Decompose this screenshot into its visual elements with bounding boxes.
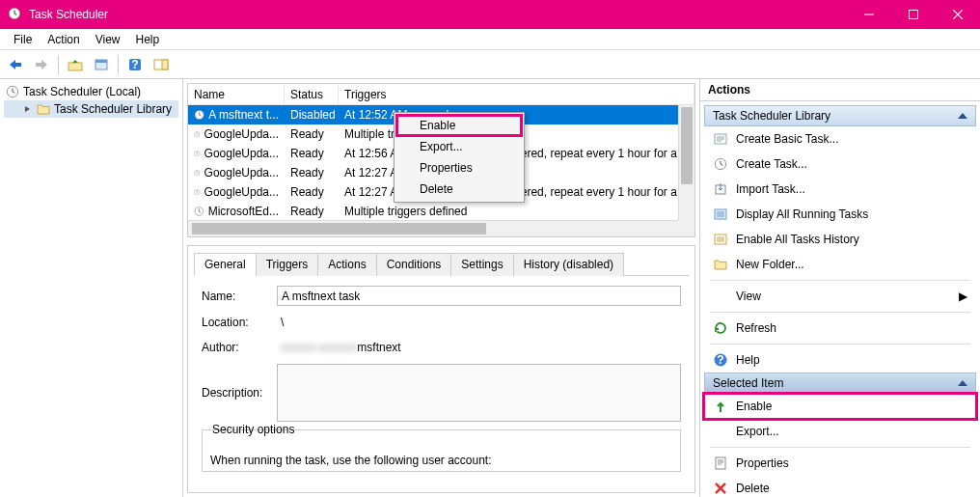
svg-rect-4 (68, 63, 82, 70)
minimize-button[interactable] (847, 0, 891, 29)
actions-separator (710, 280, 970, 281)
action-label: Delete (736, 482, 770, 495)
svg-rect-26 (716, 457, 725, 469)
author-value: xxxxxx-xxxxxx\msftnext (277, 339, 681, 356)
export-icon (713, 424, 728, 439)
menu-help[interactable]: Help (128, 31, 168, 48)
action-label: Help (736, 353, 760, 367)
action-label: Display All Running Tasks (736, 207, 868, 221)
tab-triggers[interactable]: Triggers (256, 253, 319, 276)
actions-separator (710, 344, 970, 345)
actions-section-header[interactable]: Selected Item (704, 373, 976, 394)
panel-button[interactable] (150, 53, 173, 76)
scroll-thumb[interactable] (681, 107, 693, 184)
properties-icon (713, 456, 728, 471)
name-label: Name: (202, 290, 277, 303)
action-new-folder-[interactable]: New Folder... (704, 252, 976, 277)
action-refresh[interactable]: Refresh (704, 316, 976, 341)
task-name: MicrosoftEd... (188, 205, 285, 218)
ctx-properties[interactable]: Properties (396, 157, 522, 179)
task-row[interactable]: MicrosoftEd...ReadyMultiple triggers def… (188, 202, 678, 220)
tree-root[interactable]: Task Scheduler (Local) (4, 83, 178, 100)
collapse-icon (958, 380, 967, 386)
name-field[interactable] (277, 286, 681, 306)
action-label: New Folder... (736, 258, 804, 271)
refresh-icon (713, 320, 728, 336)
task-name: A msftnext t... (188, 108, 285, 122)
collapse-icon (958, 113, 967, 119)
ctx-delete[interactable]: Delete (396, 179, 522, 200)
action-view[interactable]: View▶ (704, 284, 976, 309)
tree-library[interactable]: Task Scheduler Library (4, 100, 178, 118)
close-button[interactable] (936, 0, 980, 29)
svg-text:?: ? (717, 353, 723, 367)
delete-icon (713, 481, 728, 496)
task-list-header: Name Status Triggers (188, 84, 694, 105)
col-name[interactable]: Name (188, 85, 285, 104)
up-folder-button[interactable] (64, 53, 87, 76)
tree-root-label: Task Scheduler (Local) (23, 85, 141, 98)
history-icon (713, 232, 728, 247)
toolbar-separator (118, 55, 119, 74)
actions-separator (710, 447, 970, 448)
center-panel: Name Status Triggers A msftnext t...Disa… (183, 79, 700, 497)
task-status: Ready (285, 205, 339, 218)
tab-history[interactable]: History (disabled) (513, 253, 624, 276)
description-field[interactable] (277, 364, 681, 422)
horizontal-scrollbar[interactable] (188, 220, 678, 236)
action-display-all-running-tasks[interactable]: Display All Running Tasks (704, 202, 976, 227)
menu-view[interactable]: View (88, 31, 128, 48)
action-label: Create Task... (736, 157, 807, 171)
ctx-export[interactable]: Export... (396, 136, 522, 157)
task-triggers: Multiple triggers defined (339, 205, 678, 218)
action-label: Import Task... (736, 182, 805, 196)
task-status: Ready (285, 166, 339, 179)
clock-icon (713, 156, 728, 172)
security-text: When running the task, use the following… (210, 454, 672, 467)
action-enable[interactable]: Enable (704, 394, 976, 419)
svg-rect-6 (95, 60, 107, 63)
col-triggers[interactable]: Triggers (339, 85, 694, 104)
help-icon: ? (713, 352, 728, 368)
svg-rect-1 (910, 11, 918, 19)
properties-button[interactable] (90, 53, 113, 76)
menu-action[interactable]: Action (40, 31, 87, 48)
import-icon (713, 181, 728, 197)
general-form: Name: Location:\ Author:xxxxxx-xxxxxx\ms… (194, 276, 689, 482)
action-help[interactable]: ?Help (704, 347, 976, 373)
action-label: Enable (736, 400, 772, 413)
toolbar: ? (0, 50, 980, 79)
action-delete[interactable]: Delete (704, 476, 976, 497)
actions-section-header[interactable]: Task Scheduler Library (704, 105, 976, 126)
action-label: Refresh (736, 321, 776, 335)
back-button[interactable] (4, 53, 27, 76)
actions-separator (710, 312, 970, 313)
expand-icon[interactable] (23, 104, 33, 114)
forward-button[interactable] (30, 53, 53, 76)
action-properties[interactable]: Properties (704, 451, 976, 476)
action-export-[interactable]: Export... (704, 419, 976, 444)
svg-rect-3 (36, 63, 42, 67)
scroll-thumb[interactable] (192, 223, 486, 235)
tab-conditions[interactable]: Conditions (376, 253, 452, 276)
col-status[interactable]: Status (285, 85, 339, 104)
task-name: GoogleUpda... (188, 185, 285, 199)
ctx-enable[interactable]: Enable (396, 115, 522, 136)
action-enable-all-tasks-history[interactable]: Enable All Tasks History (704, 227, 976, 252)
security-options: Security options When running the task, … (202, 429, 681, 472)
action-label: Enable All Tasks History (736, 233, 859, 246)
action-create-task-[interactable]: Create Task... (704, 152, 976, 177)
menu-file[interactable]: File (6, 31, 40, 48)
tab-actions[interactable]: Actions (317, 253, 376, 276)
tab-general[interactable]: General (194, 253, 257, 276)
folder-icon (713, 257, 728, 272)
task-status: Ready (285, 185, 339, 199)
tab-settings[interactable]: Settings (450, 253, 513, 276)
toolbar-separator (58, 55, 59, 74)
task-name: GoogleUpda... (188, 147, 285, 160)
vertical-scrollbar[interactable] (678, 105, 694, 220)
action-create-basic-task-[interactable]: Create Basic Task... (704, 126, 976, 152)
action-import-task-[interactable]: Import Task... (704, 177, 976, 202)
maximize-button[interactable] (891, 0, 936, 29)
help-button[interactable]: ? (123, 53, 147, 76)
